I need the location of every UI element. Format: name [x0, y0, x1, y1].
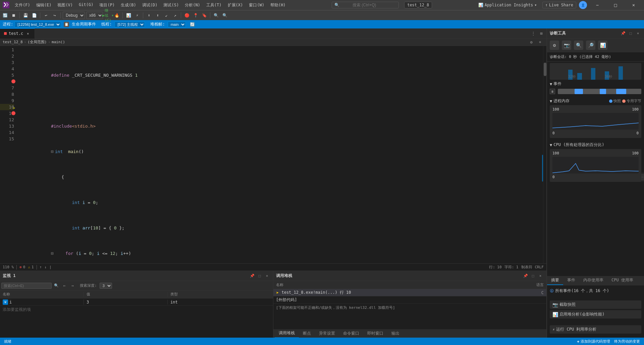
bottom-tab-exceptions[interactable]: 异常设置	[315, 329, 339, 338]
process-dropdown[interactable]: [12256] test_12_8.exe	[14, 21, 61, 27]
diag-tab-summary[interactable]: 摘要	[547, 276, 563, 285]
debug-config-dropdown[interactable]: Debug	[63, 12, 85, 19]
diag-event-detail-header[interactable]: ⦿ 所有事件(16 个，共 16 个)	[550, 288, 641, 294]
collapse-icon-4[interactable]: ⊟	[51, 149, 54, 154]
minimap-scrollbar[interactable]	[543, 46, 546, 263]
diag-tab-events[interactable]: 事件	[563, 276, 579, 285]
toolbar-step-over-btn[interactable]: ⬇	[145, 12, 153, 19]
watch-float-btn[interactable]: ⬚	[256, 273, 263, 279]
callstack-close-btn[interactable]: ×	[537, 273, 544, 279]
menu-project[interactable]: 项目(P)	[97, 2, 117, 9]
editor-add-btn[interactable]: +	[536, 39, 544, 46]
down-nav-btn[interactable]: ↓	[44, 265, 47, 269]
user-avatar[interactable]: 👤	[579, 1, 587, 9]
diag-events-header[interactable]: ▼ 事件	[550, 81, 641, 87]
callstack-row-external[interactable]: [外部代码]	[273, 296, 546, 304]
toolbar-stop-btn[interactable]: ⏹	[10, 12, 17, 19]
toolbar-redo-btn[interactable]: ↪	[51, 12, 58, 19]
toolbar-bookmark-btn[interactable]: 🔖	[201, 12, 208, 19]
watch-search-btn[interactable]: 🔍	[53, 282, 60, 289]
toolbar-undo-btn[interactable]: ↩	[42, 12, 50, 19]
callstack-row-main[interactable]: ➤ test_12_8.exe!main(...) 行 10 C	[273, 289, 546, 296]
toolbar-step-out-btn[interactable]: ↙	[163, 12, 170, 19]
toolbar-perf-btn[interactable]: ⚡	[133, 12, 141, 19]
snapshot-toggle[interactable]: 快照	[609, 98, 621, 104]
stack-refresh-btn[interactable]: 🔄	[190, 22, 195, 27]
stack-dropdown[interactable]: main	[168, 21, 186, 27]
watch-next-btn[interactable]: →	[69, 282, 76, 289]
zoom-indicator[interactable]: 110 %	[3, 265, 14, 269]
diag-tab-cpu-usage[interactable]: CPU 使用率	[607, 276, 637, 285]
breadcrumb-function[interactable]: main()	[52, 40, 65, 44]
diag-tab-memory-usage[interactable]: 内存使用率	[579, 276, 607, 285]
bottom-tab-callstack[interactable]: 调用堆栈	[275, 329, 299, 338]
diag-snapshot-icon-btn[interactable]: 📷	[562, 41, 571, 50]
close-button[interactable]: ×	[626, 0, 641, 10]
app-insights-button[interactable]: 📊 Application Insights ▾	[476, 2, 540, 8]
toolbar-breakpoints-btn[interactable]: 🔴	[183, 12, 191, 19]
editor-settings-btn[interactable]: ⚙	[528, 39, 535, 46]
toolbar-bp-new-btn[interactable]: 📍	[192, 12, 199, 19]
arch-dropdown[interactable]: x86	[86, 12, 103, 19]
toolbar-run-to-cursor-btn[interactable]: ↗	[171, 12, 179, 19]
menu-debug[interactable]: 调试(D)	[140, 2, 160, 9]
diag-heap-btn[interactable]: 📊 启用堆分析(会影响性能)	[550, 310, 641, 319]
warning-count-item[interactable]: ⚠ 1	[28, 265, 34, 269]
menu-tools[interactable]: 工具(T)	[204, 2, 224, 9]
minimize-button[interactable]: −	[590, 0, 605, 10]
watch-search-input[interactable]	[1, 283, 52, 289]
code-scroll-area[interactable]: 1 2 3 4 5 6 7 8 9 ➤ 10	[0, 46, 546, 263]
lifecycle-btn[interactable]: 📋	[64, 22, 69, 27]
toolbar-replace-btn[interactable]: 🔍	[221, 12, 228, 19]
events-toggle-btn[interactable]: ⏸	[550, 89, 555, 94]
toolbar-run-btn[interactable]: 🔃	[1, 12, 9, 19]
watch-prev-btn[interactable]: ←	[61, 282, 68, 289]
diag-float-btn[interactable]: ⬚	[627, 30, 634, 37]
toolbar-profile-btn[interactable]: 📊	[125, 12, 132, 19]
private-bytes-toggle[interactable]: 专用字节	[622, 98, 641, 104]
breadcrumb-scope[interactable]: (全局范围)	[28, 40, 47, 45]
collapse-icon-8[interactable]: ⊟	[51, 251, 54, 256]
menu-extensions[interactable]: 扩展(X)	[225, 2, 246, 9]
tab-close-btn[interactable]: ×	[25, 31, 31, 36]
diag-settings-icon-btn[interactable]: ⚙	[550, 41, 559, 50]
bottom-tab-breakpoints[interactable]: 断点	[299, 329, 315, 338]
menu-window[interactable]: 窗口(W)	[246, 2, 267, 9]
toolbar-save-btn[interactable]: 💾	[22, 12, 29, 19]
statusbar-source-control[interactable]: ❖ 添加到源代码管理	[576, 339, 611, 344]
statusbar-ready[interactable]: 就绪	[3, 339, 13, 344]
hot-reload-btn[interactable]: 🔥	[113, 12, 120, 19]
continue-button[interactable]: ▶ 继续(C) ▾	[104, 12, 112, 19]
live-share-button[interactable]: ↑ Live Share	[542, 2, 576, 8]
toolbar-save-all-btn[interactable]: 📄	[31, 12, 38, 19]
watch-pin-btn[interactable]: 📌	[249, 273, 256, 279]
toolbar-find-btn[interactable]: 🔍	[212, 12, 220, 19]
watch-close-btn[interactable]: ×	[264, 273, 270, 279]
maximize-button[interactable]: □	[608, 0, 623, 10]
global-search-input[interactable]	[332, 2, 399, 8]
tab-list-btn[interactable]: ⋮	[530, 30, 537, 37]
code-lines[interactable]: #define _CRT_SECURE_NO_WARNINGS 1 #inclu…	[17, 46, 543, 263]
up-nav-btn[interactable]: ↑	[40, 265, 42, 269]
diag-search-icon-btn[interactable]: 🔍	[574, 41, 583, 50]
split-editor-btn[interactable]: ⊞	[538, 30, 545, 37]
menu-build[interactable]: 生成(B)	[118, 2, 139, 9]
bottom-tab-command[interactable]: 命令窗口	[339, 329, 363, 338]
diag-search2-icon-btn[interactable]: 🔎	[586, 41, 595, 50]
vscroll-thumb[interactable]	[544, 63, 546, 76]
callstack-pin-btn[interactable]: 📌	[522, 273, 529, 279]
diag-capture-btn[interactable]: 📷 截取快照	[550, 300, 641, 309]
menu-view[interactable]: 视图(V)	[55, 2, 75, 9]
menu-edit[interactable]: 编辑(E)	[34, 2, 54, 9]
diag-chart-icon-btn[interactable]: 📊	[598, 41, 607, 50]
breadcrumb-filename[interactable]: test_12_8	[3, 40, 23, 44]
diag-cpu-run-btn[interactable]: ⚡ 运行 CPU 利用率分析	[550, 325, 641, 334]
menu-help[interactable]: 帮助(H)	[268, 2, 288, 9]
menu-git[interactable]: Git(G)	[76, 2, 96, 9]
menu-analyze[interactable]: 分析(N)	[182, 2, 203, 9]
thread-dropdown[interactable]: [572] 主线程	[114, 21, 145, 27]
toolbar-step-into-btn[interactable]: ⬆	[154, 12, 161, 19]
bottom-tab-output[interactable]: 输出	[387, 329, 404, 338]
code-editor[interactable]: 1 2 3 4 5 6 7 8 9 ➤ 10	[0, 46, 546, 263]
diag-close-btn[interactable]: ×	[635, 30, 641, 37]
